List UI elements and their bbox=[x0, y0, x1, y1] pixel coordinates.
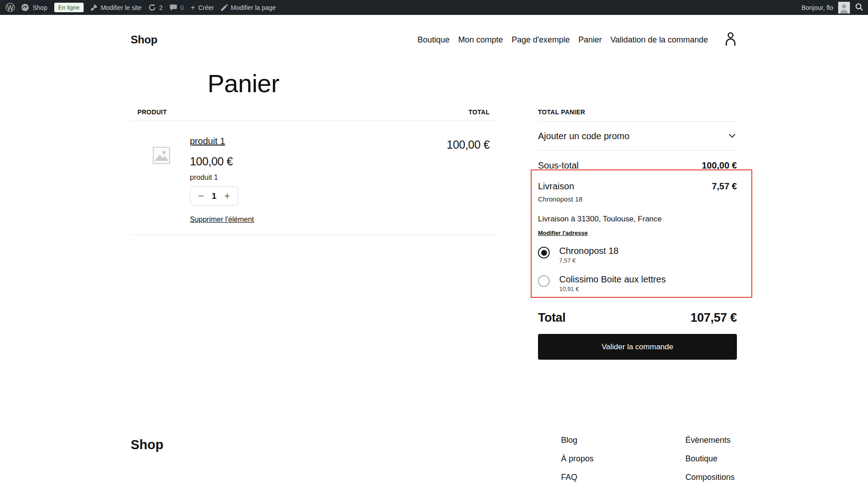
footer-links-column-1: Blog À propos FAQ bbox=[561, 435, 594, 488]
site-header: Shop Boutique Mon compte Page d'exemple … bbox=[131, 32, 737, 48]
cart-table: PRODUIT TOTAL produit 1 100,00 € produit… bbox=[131, 108, 498, 235]
option-price: 7,57 € bbox=[559, 257, 618, 264]
wp-admin-bar: Ⓦ Shop En ligne Modifier le site 2 0 bbox=[0, 0, 868, 15]
main-nav: Boutique Mon compte Page d'exemple Panie… bbox=[418, 35, 708, 45]
subtotal-value: 100,00 € bbox=[702, 160, 737, 171]
admin-bar-site-menu[interactable]: Shop bbox=[21, 3, 47, 12]
option-price: 10,91 € bbox=[559, 286, 666, 292]
status-badge[interactable]: En ligne bbox=[54, 3, 84, 12]
product-variant: produit 1 bbox=[190, 173, 218, 182]
nav-page-exemple[interactable]: Page d'exemple bbox=[512, 35, 570, 45]
cart-table-header: PRODUIT TOTAL bbox=[131, 108, 498, 121]
subtotal-row: Sous-total 100,00 € bbox=[538, 160, 737, 171]
quantity-stepper: − 1 + bbox=[190, 186, 238, 206]
admin-bar-greeting[interactable]: Bonjour, flo bbox=[802, 4, 833, 11]
admin-bar-edit-page-label: Modifier la page bbox=[231, 4, 276, 11]
admin-bar-site-name: Shop bbox=[33, 4, 47, 11]
chevron-down-icon[interactable] bbox=[728, 132, 736, 140]
shipping-option-chronopost[interactable]: Chronopost 18 7,57 € bbox=[538, 245, 737, 264]
plus-icon: + bbox=[191, 4, 195, 11]
product-price: 100,00 € bbox=[190, 155, 233, 168]
comments-count: 0 bbox=[180, 4, 184, 11]
admin-bar-updates[interactable]: 2 bbox=[148, 4, 163, 11]
search-icon[interactable] bbox=[855, 3, 863, 13]
wordpress-logo-icon[interactable]: Ⓦ bbox=[5, 3, 15, 12]
option-label: Colissimo Boite aux lettres bbox=[559, 274, 666, 285]
page-title: Panier bbox=[208, 69, 279, 98]
pencil-icon bbox=[221, 4, 228, 11]
footer-link-faq[interactable]: FAQ bbox=[561, 472, 594, 482]
column-produit: PRODUIT bbox=[137, 108, 167, 116]
shipping-destination: Livraison à 31300, Toulouse, France bbox=[538, 215, 737, 224]
admin-bar-comments[interactable]: 0 bbox=[170, 4, 184, 11]
cart-item-row: produit 1 100,00 € produit 1 − 1 + Suppr… bbox=[131, 121, 498, 235]
total-row: Total 107,57 € bbox=[538, 310, 737, 325]
footer-link-compositions[interactable]: Compositions bbox=[685, 472, 735, 482]
shipping-row: Livraison 7,57 € bbox=[538, 181, 737, 192]
footer-link-a-propos[interactable]: À propos bbox=[561, 454, 594, 464]
totals-title: TOTAL PANIER bbox=[538, 108, 737, 122]
subtotal-label: Sous-total bbox=[538, 160, 579, 171]
line-total: 100,00 € bbox=[447, 138, 498, 151]
shipping-label: Livraison bbox=[538, 181, 574, 192]
shipping-option-colissimo[interactable]: Colissimo Boite aux lettres 10,91 € bbox=[538, 274, 737, 292]
paintbrush-icon bbox=[90, 4, 98, 11]
change-address-link[interactable]: Modifier l'adresse bbox=[538, 230, 588, 236]
quantity-decrease-button[interactable]: − bbox=[198, 191, 204, 201]
remove-item-link[interactable]: Supprimer l'élément bbox=[190, 215, 254, 224]
option-label: Chronopost 18 bbox=[559, 245, 618, 256]
column-total: TOTAL bbox=[468, 108, 490, 116]
total-value: 107,57 € bbox=[690, 310, 737, 325]
coupon-label: Ajouter un code promo bbox=[538, 131, 629, 141]
radio-chronopost[interactable] bbox=[538, 247, 550, 258]
shipping-method: Chronopost 18 bbox=[538, 195, 737, 203]
admin-bar-edit-site[interactable]: Modifier le site bbox=[90, 4, 142, 11]
product-name-link[interactable]: produit 1 bbox=[190, 136, 225, 146]
quantity-value[interactable]: 1 bbox=[212, 191, 217, 201]
radio-colissimo[interactable] bbox=[538, 275, 550, 287]
admin-bar-edit-site-label: Modifier le site bbox=[101, 4, 142, 11]
checkout-button[interactable]: Valider la commande bbox=[538, 334, 737, 360]
nav-panier[interactable]: Panier bbox=[578, 35, 602, 45]
admin-bar-edit-page[interactable]: Modifier la page bbox=[221, 4, 276, 11]
shipping-options: Chronopost 18 7,57 € Colissimo Boite aux… bbox=[538, 245, 737, 292]
total-label: Total bbox=[538, 310, 566, 325]
footer-logo[interactable]: Shop bbox=[131, 437, 164, 452]
updates-icon bbox=[148, 4, 156, 11]
coupon-toggle[interactable]: Ajouter un code promo bbox=[538, 122, 737, 150]
product-thumbnail[interactable] bbox=[153, 147, 170, 164]
comment-bubble-icon bbox=[170, 4, 177, 11]
cart-totals: TOTAL PANIER Ajouter un code promo Sous-… bbox=[538, 108, 737, 360]
footer-link-evenements[interactable]: Évènements bbox=[685, 435, 735, 445]
site-logo[interactable]: Shop bbox=[131, 33, 157, 46]
updates-count: 2 bbox=[159, 4, 163, 11]
admin-bar-create-label: Créer bbox=[198, 4, 214, 11]
account-person-icon[interactable] bbox=[724, 32, 737, 48]
footer-link-blog[interactable]: Blog bbox=[561, 435, 594, 445]
footer-links-column-2: Évènements Boutique Compositions bbox=[685, 435, 735, 488]
nav-validation-commande[interactable]: Validation de la commande bbox=[610, 35, 708, 45]
quantity-increase-button[interactable]: + bbox=[224, 191, 230, 201]
page: Ⓦ Shop En ligne Modifier le site 2 0 bbox=[0, 0, 868, 488]
footer-link-boutique[interactable]: Boutique bbox=[685, 454, 735, 464]
nav-mon-compte[interactable]: Mon compte bbox=[458, 35, 503, 45]
dashboard-gauge-icon bbox=[21, 3, 29, 12]
nav-boutique[interactable]: Boutique bbox=[418, 35, 450, 45]
admin-bar-create[interactable]: + Créer bbox=[191, 4, 214, 11]
user-avatar[interactable] bbox=[838, 2, 850, 14]
shipping-value: 7,57 € bbox=[712, 181, 737, 192]
